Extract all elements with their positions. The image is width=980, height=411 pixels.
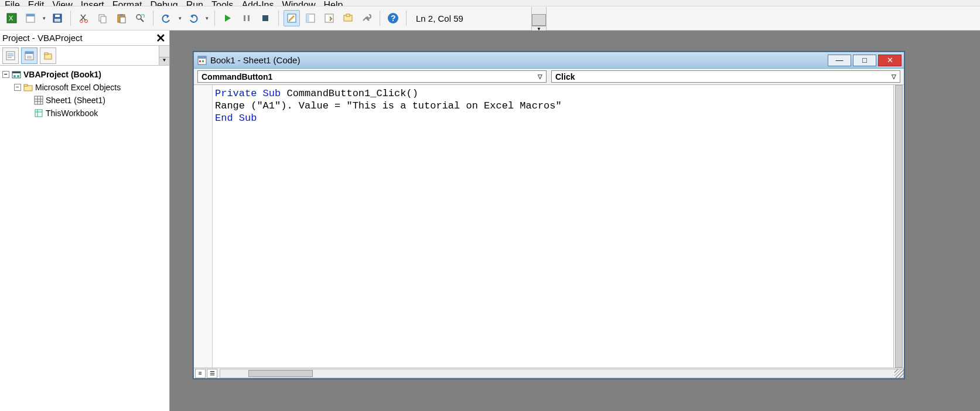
project-explorer-button[interactable] — [302, 10, 319, 26]
project-explorer-toolbar: ▼ — [0, 46, 169, 66]
code-window-titlebar[interactable]: Book1 - Sheet1 (Code) — □ ✕ — [194, 52, 904, 69]
code-gutter — [194, 85, 213, 368]
collapse-icon[interactable]: − — [2, 71, 9, 78]
svg-rect-3 — [26, 14, 35, 16]
code-window-title: Book1 - Sheet1 (Code) — [210, 55, 300, 65]
project-explorer-title: Project - VBAProject — [2, 33, 83, 43]
full-module-view-button[interactable]: ☰ — [207, 369, 217, 378]
procedure-combo[interactable]: Click ▽ — [551, 70, 900, 83]
menu-help[interactable]: Help — [323, 0, 343, 6]
menu-insert[interactable]: Insert — [81, 0, 104, 6]
stop-button[interactable] — [257, 10, 274, 26]
code-bottom-bar: ≡ ☰ — [194, 368, 904, 378]
insert-dropdown[interactable]: ▾ — [41, 15, 47, 21]
svg-point-39 — [17, 75, 19, 77]
toolbar-slider[interactable]: ▼ — [531, 7, 547, 32]
main-area: Project - VBAProject ✕ ▼ − VBAProject (B… — [0, 30, 980, 411]
view-code-button[interactable] — [2, 47, 19, 64]
svg-rect-41 — [24, 84, 28, 86]
worksheet-icon — [34, 96, 43, 105]
paste-button[interactable] — [113, 10, 129, 26]
horizontal-scrollbar[interactable] — [220, 369, 904, 378]
svg-rect-42 — [35, 96, 43, 104]
code-window: Book1 - Sheet1 (Code) — □ ✕ CommandButto… — [193, 52, 904, 379]
tree-sheet1[interactable]: Sheet1 (Sheet1) — [1, 94, 168, 107]
chevron-down-icon: ▽ — [538, 73, 542, 80]
svg-rect-52 — [199, 60, 201, 62]
maximize-button[interactable]: □ — [853, 55, 876, 66]
tree-folder[interactable]: − Microsoft Excel Objects — [1, 81, 168, 94]
help-button[interactable]: ? — [385, 10, 401, 26]
svg-rect-51 — [198, 56, 206, 59]
menu-window[interactable]: Window — [282, 0, 316, 6]
project-explorer-titlebar: Project - VBAProject ✕ — [0, 30, 169, 46]
cut-button[interactable] — [76, 10, 92, 26]
svg-rect-22 — [325, 14, 333, 22]
tree-root-label: VBAProject (Book1) — [23, 70, 101, 79]
svg-rect-32 — [25, 52, 33, 54]
vertical-scrollbar[interactable] — [893, 85, 904, 368]
svg-rect-24 — [346, 14, 350, 16]
svg-rect-37 — [12, 72, 21, 73]
view-excel-button[interactable]: X — [4, 10, 20, 26]
svg-rect-17 — [248, 15, 250, 21]
properties-window-button[interactable] — [321, 10, 337, 26]
procedure-view-button[interactable]: ≡ — [195, 369, 206, 378]
svg-rect-21 — [306, 14, 309, 22]
svg-rect-12 — [119, 14, 123, 16]
svg-rect-13 — [120, 17, 125, 23]
view-object-button[interactable] — [21, 47, 37, 64]
tree-folder-label: Microsoft Excel Objects — [35, 83, 121, 92]
close-button[interactable]: ✕ — [878, 55, 902, 66]
menu-view[interactable]: View — [52, 0, 72, 6]
project-explorer-close-icon[interactable]: ✕ — [154, 32, 167, 45]
code-window-icon — [197, 56, 207, 65]
copy-button[interactable] — [94, 10, 111, 26]
menu-debug[interactable]: Debug — [151, 0, 178, 6]
menu-tools[interactable]: Tools — [211, 0, 233, 6]
project-tree: − VBAProject (Book1) − Microsoft Excel O… — [0, 66, 169, 411]
redo-dropdown[interactable]: ▾ — [204, 15, 210, 21]
code-combo-row: CommandButton1 ▽ Click ▽ — [194, 69, 904, 85]
svg-point-8 — [85, 20, 88, 23]
collapse-icon[interactable]: − — [14, 84, 21, 91]
mdi-client-area: Book1 - Sheet1 (Code) — □ ✕ CommandButto… — [170, 30, 980, 411]
tree-root[interactable]: − VBAProject (Book1) — [1, 68, 168, 81]
vbaproject-icon — [12, 70, 21, 79]
svg-line-15 — [141, 19, 144, 22]
insert-module-button[interactable] — [22, 10, 39, 26]
menu-bar: File Edit View Insert Format Debug Run T… — [0, 0, 980, 6]
menu-edit[interactable]: Edit — [28, 0, 45, 6]
menu-file[interactable]: File — [5, 0, 20, 6]
redo-button[interactable] — [185, 10, 202, 26]
code-editor[interactable]: Private Sub CommandButton1_Click() Range… — [213, 85, 893, 368]
svg-point-38 — [13, 75, 16, 77]
resize-grip[interactable] — [894, 369, 904, 378]
design-mode-button[interactable] — [284, 10, 300, 26]
save-button[interactable] — [49, 10, 66, 26]
run-button[interactable] — [220, 10, 236, 26]
menu-format[interactable]: Format — [112, 0, 142, 6]
svg-rect-16 — [244, 15, 245, 21]
panel-toolbar-scroll[interactable]: ▼ — [159, 46, 169, 65]
find-button[interactable] — [132, 10, 148, 26]
procedure-combo-value: Click — [555, 72, 575, 81]
svg-rect-35 — [45, 53, 48, 55]
minimize-button[interactable]: — — [828, 55, 851, 66]
pause-button[interactable] — [238, 10, 255, 26]
svg-text:?: ? — [391, 13, 396, 23]
workbook-icon — [34, 108, 43, 118]
cursor-position-text: Ln 2, Col 59 — [416, 13, 463, 23]
code-body: Private Sub CommandButton1_Click() Range… — [194, 85, 904, 368]
undo-button[interactable] — [158, 10, 175, 26]
undo-dropdown[interactable]: ▾ — [177, 15, 183, 21]
object-combo[interactable]: CommandButton1 ▽ — [197, 70, 547, 83]
toggle-folders-button[interactable] — [40, 47, 56, 64]
object-browser-button[interactable] — [340, 10, 356, 26]
menu-addins[interactable]: Add-Ins — [241, 0, 274, 6]
svg-rect-33 — [27, 56, 32, 59]
tree-thisworkbook[interactable]: ThisWorkbook — [1, 107, 168, 120]
menu-run[interactable]: Run — [186, 0, 203, 6]
svg-rect-6 — [54, 19, 60, 22]
toolbox-button[interactable] — [358, 10, 375, 26]
